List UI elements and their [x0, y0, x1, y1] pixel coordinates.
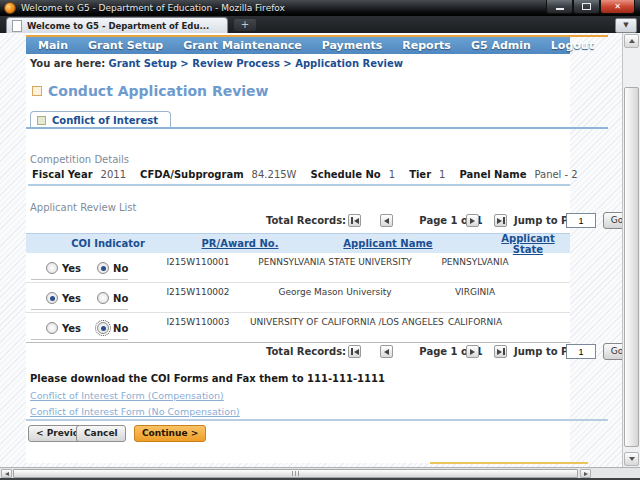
last-page-icon [497, 218, 502, 224]
nav-item-grant-setup[interactable]: Grant Setup [88, 39, 163, 52]
column-pr-award-no[interactable]: PR/Award No. [190, 238, 290, 249]
coi-no-radio[interactable] [97, 322, 109, 334]
cfda-value: 84.215W [252, 169, 297, 180]
new-tab-button[interactable]: + [234, 19, 256, 31]
applicant-name: PENNSYLVANIA STATE UNIVERSITY [250, 252, 420, 282]
coi-yes-label: Yes [62, 293, 81, 304]
continue-button[interactable]: Continue > [134, 425, 206, 442]
scroll-down-icon [629, 457, 635, 461]
maximize-button[interactable] [573, 0, 600, 14]
breadcrumb-path[interactable]: Grant Setup > Review Process > Applicati… [109, 58, 403, 69]
footer-divider [26, 419, 608, 421]
column-coi-indicator: COI Indicator [26, 238, 190, 249]
scroll-up-icon [629, 39, 635, 43]
browser-tabstrip: Welcome to G5 - Department of Edu... + ▼ [0, 16, 640, 34]
first-page-icon [354, 349, 359, 355]
first-page-button[interactable] [348, 214, 361, 227]
coi-radio-group: Yes No [46, 262, 146, 274]
next-page-button[interactable] [466, 214, 479, 227]
competition-details-label: Competition Details [30, 154, 129, 165]
coi-yes-label: Yes [62, 323, 81, 334]
browser-tab[interactable]: Welcome to G5 - Department of Edu... [6, 17, 228, 33]
applicant-state: VIRGINIA [420, 282, 530, 312]
panel-name-label: Panel Name [459, 169, 526, 180]
scroll-up-button[interactable] [624, 34, 639, 48]
page-icon [12, 20, 22, 32]
coi-yes-radio[interactable] [46, 292, 58, 304]
maximize-icon [582, 3, 591, 10]
coi-form-no-compensation-link[interactable]: Conflict of Interest Form (No Compensati… [30, 406, 240, 417]
list-tabs-button[interactable]: ▼ [615, 18, 637, 33]
coi-yes-label: Yes [62, 263, 81, 274]
coi-no-label: No [113, 293, 128, 304]
nav-item-logout[interactable]: Logout [551, 39, 594, 52]
close-button[interactable]: ✕ [600, 0, 635, 14]
coi-no-radio[interactable] [97, 262, 109, 274]
first-page-icon [354, 218, 359, 224]
previous-page-icon [384, 349, 389, 355]
coi-yes-radio[interactable] [46, 322, 58, 334]
vertical-scrollbar-thumb[interactable] [624, 87, 639, 447]
browser-window: Welcome to G5 - Department of Education … [0, 0, 640, 480]
nav-item-grant-maintenance[interactable]: Grant Maintenance [183, 39, 302, 52]
coi-form-compensation-link[interactable]: Conflict of Interest Form (Compensation) [30, 390, 224, 401]
tab-conflict-of-interest[interactable]: Conflict of Interest [30, 111, 171, 128]
tier-label: Tier [409, 169, 431, 180]
applicant-state: PENNSYLVANIA [420, 252, 530, 282]
next-page-button[interactable] [466, 345, 479, 358]
pager-bottom: Total Records: 3 Page 1 of 1 Jump to Pag… [236, 343, 636, 361]
cancel-button[interactable]: Cancel [76, 425, 126, 442]
minimize-button[interactable] [546, 0, 573, 14]
award-no: I215W110002 [146, 282, 250, 312]
next-page-icon [470, 218, 475, 224]
panel-name-value: Panel - 2 [534, 169, 577, 180]
window-titlebar: Welcome to G5 - Department of Education … [0, 0, 640, 16]
jump-to-page-input[interactable] [566, 213, 596, 228]
coi-yes-radio[interactable] [46, 262, 58, 274]
award-no: I215W110001 [146, 252, 250, 282]
page-background: Main Grant Setup Grant Maintenance Payme… [0, 33, 640, 467]
cfda-label: CFDA/Subprogram [140, 169, 244, 180]
coi-no-radio[interactable] [97, 292, 109, 304]
scroll-right-icon [584, 472, 588, 476]
last-page-button[interactable] [494, 214, 507, 227]
table-row: Yes No I215W110003 UNIVERSITY OF CALIFOR… [26, 312, 570, 343]
nav-item-main[interactable]: Main [38, 39, 68, 52]
nav-item-reports[interactable]: Reports [402, 39, 451, 52]
column-applicant-name[interactable]: Applicant Name [290, 238, 486, 249]
applicant-review-list-label: Applicant Review List [30, 202, 137, 213]
table-row: Yes No I215W110001 PENNSYLVANIA STATE UN… [26, 252, 570, 283]
jump-to-page-input[interactable] [566, 344, 596, 359]
scroll-down-button[interactable] [624, 452, 639, 466]
scroll-right-button[interactable] [580, 469, 591, 478]
total-records: Total Records: 3 [266, 346, 357, 357]
horizontal-scrollbar[interactable] [0, 467, 640, 478]
window-title: Welcome to G5 - Department of Education … [21, 3, 285, 13]
previous-page-icon [384, 218, 389, 224]
award-no: I215W110003 [146, 312, 250, 342]
footer-accent-line [430, 462, 588, 464]
horizontal-scrollbar-thumb[interactable] [13, 469, 578, 478]
table-header: COI Indicator PR/Award No. Applicant Nam… [26, 233, 570, 253]
schedule-no-value: 1 [389, 169, 395, 180]
main-navigation: Main Grant Setup Grant Maintenance Payme… [26, 37, 570, 54]
previous-page-button[interactable] [380, 214, 393, 227]
last-page-icon [497, 349, 502, 355]
tab-label: Conflict of Interest [52, 115, 158, 126]
coi-no-label: No [113, 263, 128, 274]
firefox-icon [4, 2, 16, 14]
page-title-text: Conduct Application Review [48, 83, 269, 99]
last-page-button[interactable] [494, 345, 507, 358]
vertical-scrollbar[interactable] [622, 33, 640, 467]
scroll-left-button[interactable] [1, 469, 12, 478]
browser-tab-title: Welcome to G5 - Department of Edu... [27, 21, 209, 31]
fiscal-year-value: 2011 [101, 169, 126, 180]
first-page-button[interactable] [348, 345, 361, 358]
coi-radio-group: Yes No [46, 322, 146, 334]
schedule-no-label: Schedule No [311, 169, 381, 180]
nav-item-g5-admin[interactable]: G5 Admin [471, 39, 531, 52]
close-icon: ✕ [614, 3, 621, 11]
previous-page-button[interactable] [380, 345, 393, 358]
page-title: Conduct Application Review [32, 83, 269, 99]
nav-item-payments[interactable]: Payments [322, 39, 383, 52]
